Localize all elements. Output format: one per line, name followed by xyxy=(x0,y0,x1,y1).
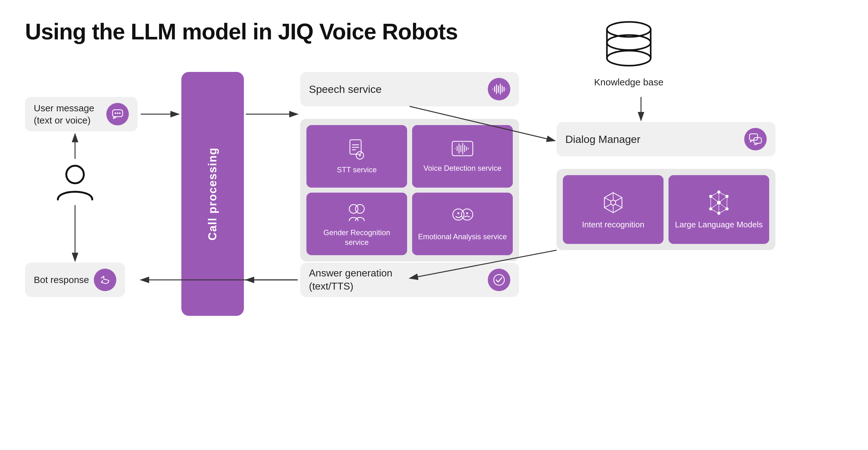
intent-recognition-card: Intent recognition xyxy=(563,175,663,244)
answer-generation-box: Answer generation (text/TTS) xyxy=(300,263,519,297)
dialog-icon-circle xyxy=(744,128,767,150)
stt-service-label: STT service xyxy=(337,165,377,175)
gender-recognition-card: Gender Recognition service xyxy=(306,192,407,255)
svg-point-39 xyxy=(607,51,651,66)
gender-recognition-label: Gender Recognition service xyxy=(311,228,402,247)
page-title: Using the LLM model in JIQ Voice Robots xyxy=(25,19,458,44)
emotional-analysis-card: Emotional Analysis service xyxy=(412,192,513,255)
dialog-manager-box: Dialog Manager xyxy=(557,122,775,156)
large-language-models-label: Large Language Models xyxy=(675,219,763,230)
svg-point-32 xyxy=(458,212,459,214)
svg-line-61 xyxy=(719,203,727,209)
svg-line-60 xyxy=(711,203,719,209)
svg-line-67 xyxy=(719,209,727,213)
knowledge-base-area: Knowledge base xyxy=(594,19,663,88)
services-grid: STT service Voice Detection service Gend… xyxy=(300,119,519,262)
svg-line-66 xyxy=(711,209,719,213)
svg-point-4 xyxy=(66,166,84,183)
reply-icon-circle xyxy=(94,269,116,291)
emotional-analysis-label: Emotional Analysis service xyxy=(418,232,507,241)
svg-line-48 xyxy=(615,204,622,208)
voice-detection-label: Voice Detection service xyxy=(423,163,501,173)
intent-recognition-label: Intent recognition xyxy=(582,219,644,230)
bot-response-box: Bot response xyxy=(25,263,125,297)
large-language-models-card: Large Language Models xyxy=(669,175,769,244)
svg-point-34 xyxy=(466,212,468,214)
speech-service-box: Speech service xyxy=(300,72,519,106)
user-message-box: User message (text or voice) xyxy=(25,97,137,131)
svg-line-58 xyxy=(711,197,719,203)
svg-line-64 xyxy=(711,192,719,197)
waveform-icon-circle xyxy=(488,78,510,100)
chat-icon-circle xyxy=(106,103,129,125)
call-processing-box: Call processing xyxy=(181,72,244,316)
call-processing-label: Call processing xyxy=(206,147,219,240)
llm-models-grid: Intent recognition Large Language Models xyxy=(557,169,775,250)
bot-response-text: Bot response xyxy=(34,275,89,285)
svg-point-1 xyxy=(115,113,116,114)
database-icon xyxy=(601,19,657,72)
svg-line-59 xyxy=(719,197,727,203)
svg-point-33 xyxy=(462,209,473,220)
speech-service-label: Speech service xyxy=(309,83,381,95)
svg-point-35 xyxy=(494,275,504,285)
dialog-manager-label: Dialog Manager xyxy=(565,133,640,145)
svg-line-47 xyxy=(604,198,611,201)
svg-point-44 xyxy=(611,200,616,205)
stt-service-card: STT service xyxy=(306,125,407,188)
voice-detection-card: Voice Detection service xyxy=(412,125,513,188)
answer-generation-text: Answer generation (text/TTS) xyxy=(309,267,393,293)
svg-point-30 xyxy=(355,205,364,213)
svg-point-3 xyxy=(119,113,121,114)
svg-point-2 xyxy=(117,113,119,114)
svg-line-49 xyxy=(615,198,622,201)
svg-line-50 xyxy=(604,204,611,208)
checkmark-icon-circle xyxy=(488,269,510,291)
user-avatar-icon xyxy=(53,159,97,203)
user-message-text: User message (text or voice) xyxy=(34,102,94,126)
knowledge-base-label: Knowledge base xyxy=(594,77,663,88)
svg-line-65 xyxy=(719,192,727,197)
svg-point-31 xyxy=(453,209,464,220)
